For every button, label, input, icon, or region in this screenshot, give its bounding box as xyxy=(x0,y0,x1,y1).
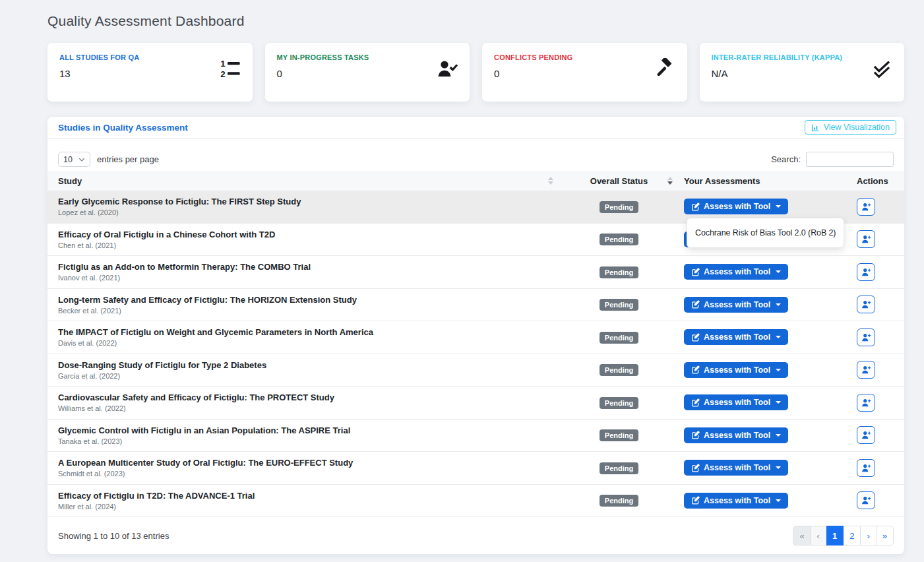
entries-per-page-select[interactable]: 10 xyxy=(58,152,90,167)
person-plus-icon xyxy=(861,397,872,408)
person-check-icon xyxy=(437,58,458,79)
pagination-page-2[interactable]: 2 xyxy=(844,526,861,546)
caret-down-icon xyxy=(776,303,781,306)
assess-with-tool-button[interactable]: Assess with Tool xyxy=(684,264,788,280)
assign-reviewer-button[interactable] xyxy=(857,198,875,216)
status-cell: Pending xyxy=(561,201,677,213)
assess-with-tool-button[interactable]: Assess with Tool xyxy=(684,362,788,378)
assess-with-tool-button[interactable]: Assess with Tool xyxy=(684,427,788,443)
caret-down-icon xyxy=(776,499,781,502)
assess-with-tool-label: Assess with Tool xyxy=(704,398,770,407)
status-badge: Pending xyxy=(600,299,638,311)
stat-card-value: 0 xyxy=(277,68,458,79)
study-author: Williams et al. (2022) xyxy=(58,404,561,412)
assess-with-tool-button[interactable]: Assess with Tool xyxy=(684,394,788,410)
actions-cell xyxy=(842,263,904,281)
assign-reviewer-button[interactable] xyxy=(857,426,875,444)
column-header-overall-status[interactable]: Overall Status xyxy=(561,176,677,186)
search-input[interactable] xyxy=(806,152,894,167)
assess-with-tool-button[interactable]: Assess with Tool xyxy=(684,329,788,345)
stat-card-value: 0 xyxy=(494,68,675,79)
assign-reviewer-button[interactable] xyxy=(857,263,875,281)
assign-reviewer-button[interactable] xyxy=(857,459,875,477)
actions-cell xyxy=(842,426,904,444)
column-header-actions: Actions xyxy=(842,176,904,186)
edit-icon xyxy=(691,398,700,407)
table-row: A European Multicenter Study of Oral Fic… xyxy=(47,452,904,485)
chart-icon xyxy=(811,123,820,132)
person-plus-icon xyxy=(861,201,872,212)
study-title: Efficacy of Fictiglu in T2D: The ADVANCE… xyxy=(58,491,561,501)
study-title: Efficacy of Oral Fictiglu in a Chinese C… xyxy=(58,230,561,239)
assess-with-tool-button[interactable]: Assess with Tool xyxy=(684,297,788,313)
pagination: « ‹ 1 2 › » xyxy=(793,526,894,546)
study-author: Garcia et al. (2022) xyxy=(58,372,561,380)
person-plus-icon xyxy=(861,495,872,506)
caret-down-icon xyxy=(776,336,781,338)
assign-reviewer-button[interactable] xyxy=(857,296,875,313)
status-badge: Pending xyxy=(600,201,638,213)
pagination-page-1[interactable]: 1 xyxy=(826,526,844,546)
study-cell: The IMPACT of Fictiglu on Weight and Gly… xyxy=(47,327,561,347)
edit-icon xyxy=(691,431,700,439)
status-badge: Pending xyxy=(600,495,638,507)
caret-down-icon xyxy=(776,369,781,371)
showing-entries-text: Showing 1 to 10 of 13 entries xyxy=(58,531,169,541)
study-title: Cardiovascular Safety and Efficacy of Fi… xyxy=(58,392,561,402)
stat-card-label: CONFLICTS PENDING xyxy=(494,53,675,61)
table-footer: Showing 1 to 10 of 13 entries « ‹ 1 2 › … xyxy=(47,517,904,554)
person-plus-icon xyxy=(861,299,872,310)
study-cell: Early Glycemic Response to Fictiglu: The… xyxy=(47,197,561,216)
gavel-icon xyxy=(654,58,675,79)
sort-icon xyxy=(548,177,553,185)
assess-with-tool-label: Assess with Tool xyxy=(704,202,770,211)
dropdown-item-cochrane-rob2[interactable]: Cochrane Risk of Bias Tool 2.0 (RoB 2) xyxy=(687,223,844,243)
assign-reviewer-button[interactable] xyxy=(857,491,875,509)
stat-card-label: ALL STUDIES FOR QA xyxy=(59,53,241,61)
status-cell: Pending xyxy=(561,233,677,245)
assign-reviewer-button[interactable] xyxy=(857,230,875,248)
person-plus-icon xyxy=(861,462,872,474)
column-header-label: Study xyxy=(58,176,82,186)
study-author: Chen et al. (2021) xyxy=(58,241,561,249)
column-header-study[interactable]: Study xyxy=(47,176,561,186)
assessments-cell: Assess with Tool xyxy=(677,460,842,476)
study-cell: Cardiovascular Safety and Efficacy of Fi… xyxy=(47,392,561,412)
study-author: Lopez et al. (2020) xyxy=(58,208,561,216)
study-cell: Fictiglu as an Add-on to Metformin Thera… xyxy=(47,262,561,282)
status-badge: Pending xyxy=(600,397,638,409)
page-title: Quality Assessment Dashboard xyxy=(47,13,904,29)
caret-down-icon xyxy=(776,434,781,437)
assess-with-tool-label: Assess with Tool xyxy=(704,431,770,440)
actions-cell xyxy=(842,361,904,379)
study-cell: Dose-Ranging Study of Fictiglu for Type … xyxy=(47,360,561,380)
status-cell: Pending xyxy=(561,494,677,507)
status-cell: Pending xyxy=(561,462,677,474)
studies-panel: Studies in Quality Assessment View Visua… xyxy=(47,117,904,554)
panel-title: Studies in Quality Assessment xyxy=(58,123,188,133)
assessments-cell: Assess with Tool xyxy=(677,264,842,280)
assess-with-tool-label: Assess with Tool xyxy=(704,332,770,342)
assess-with-tool-button[interactable]: Assess with Tool xyxy=(684,493,788,509)
actions-cell xyxy=(842,328,904,346)
ordered-list-icon: 12 xyxy=(220,58,241,79)
edit-icon xyxy=(691,333,700,342)
assign-reviewer-button[interactable] xyxy=(857,361,875,379)
pagination-last[interactable]: » xyxy=(877,526,894,546)
status-cell: Pending xyxy=(561,363,677,376)
edit-icon xyxy=(691,496,700,505)
search-label: Search: xyxy=(771,154,801,164)
assign-reviewer-button[interactable] xyxy=(857,328,875,346)
assign-reviewer-button[interactable] xyxy=(857,394,875,412)
assess-with-tool-button[interactable]: Assess with Tool xyxy=(684,199,788,214)
status-cell: Pending xyxy=(561,298,677,311)
study-cell: Efficacy of Fictiglu in T2D: The ADVANCE… xyxy=(47,491,561,511)
pagination-next[interactable]: › xyxy=(861,526,876,546)
status-badge: Pending xyxy=(600,364,638,376)
actions-cell xyxy=(842,230,904,248)
study-title: A European Multicenter Study of Oral Fic… xyxy=(58,458,561,468)
assess-with-tool-button[interactable]: Assess with Tool xyxy=(684,460,788,476)
view-visualization-button[interactable]: View Visualization xyxy=(805,120,896,135)
actions-cell xyxy=(842,394,904,412)
stat-card-value: 13 xyxy=(59,68,241,79)
